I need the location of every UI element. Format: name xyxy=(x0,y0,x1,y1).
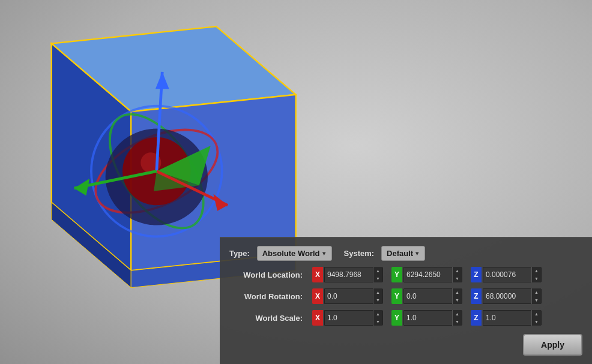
type-system-row: Type: Absolute World ▾ System: Default ▾ xyxy=(229,246,582,261)
rotation-z-group: Z ▲ ▼ xyxy=(471,288,545,304)
rotation-z-input[interactable] xyxy=(483,289,531,303)
type-dropdown[interactable]: Absolute World ▾ xyxy=(257,246,332,261)
location-y-input-wrap[interactable]: ▲ ▼ xyxy=(403,267,462,282)
scale-z-spinner[interactable]: ▲ ▼ xyxy=(531,310,541,326)
location-z-input[interactable] xyxy=(483,267,531,282)
system-label: System: xyxy=(344,249,375,258)
scale-y-input[interactable] xyxy=(404,311,452,325)
apply-row: Apply xyxy=(229,332,582,356)
rotation-x-down[interactable]: ▼ xyxy=(373,296,382,304)
location-y-down[interactable]: ▼ xyxy=(453,275,462,282)
apply-button[interactable]: Apply xyxy=(523,334,582,356)
rotation-z-up[interactable]: ▲ xyxy=(532,288,541,296)
location-z-down[interactable]: ▼ xyxy=(532,275,541,282)
location-z-spinner[interactable]: ▲ ▼ xyxy=(531,267,541,282)
location-x-up[interactable]: ▲ xyxy=(373,267,382,275)
scale-y-down[interactable]: ▼ xyxy=(453,318,462,326)
rotation-x-group: X ▲ ▼ xyxy=(312,288,387,304)
system-value: Default xyxy=(387,249,413,258)
scale-y-spinner[interactable]: ▲ ▼ xyxy=(452,310,462,326)
location-y-group: Y ▲ ▼ xyxy=(391,267,466,282)
type-label: Type: xyxy=(229,249,250,258)
scale-y-input-wrap[interactable]: ▲ ▼ xyxy=(403,310,462,326)
location-x-input-wrap[interactable]: ▲ ▼ xyxy=(324,267,383,282)
bottom-panel: Type: Absolute World ▾ System: Default ▾… xyxy=(220,237,592,364)
world-scale-row: World Scale: X ▲ ▼ Y ▲ ▼ Z xyxy=(229,310,582,326)
scale-x-down[interactable]: ▼ xyxy=(373,318,382,326)
rotation-x-label: X xyxy=(312,288,323,304)
location-z-up[interactable]: ▲ xyxy=(532,267,541,275)
scale-x-input[interactable] xyxy=(325,311,373,325)
rotation-z-input-wrap[interactable]: ▲ ▼ xyxy=(483,288,542,304)
location-y-spinner[interactable]: ▲ ▼ xyxy=(452,267,462,282)
scale-z-input[interactable] xyxy=(483,311,531,325)
rotation-x-spinner[interactable]: ▲ ▼ xyxy=(373,288,382,304)
location-y-input[interactable] xyxy=(404,267,452,282)
world-rotation-row: World Rotation: X ▲ ▼ Y ▲ ▼ Z xyxy=(229,288,582,304)
type-dropdown-arrow: ▾ xyxy=(322,250,325,257)
rotation-x-input[interactable] xyxy=(325,289,373,303)
scale-y-up[interactable]: ▲ xyxy=(453,310,462,318)
type-value: Absolute World xyxy=(262,249,320,258)
location-z-input-wrap[interactable]: ▲ ▼ xyxy=(483,267,542,282)
scale-x-group: X ▲ ▼ xyxy=(312,310,387,326)
world-rotation-label: World Rotation: xyxy=(229,292,307,301)
location-x-down[interactable]: ▼ xyxy=(373,275,382,282)
scale-x-spinner[interactable]: ▲ ▼ xyxy=(373,310,382,326)
location-z-group: Z ▲ ▼ xyxy=(471,267,545,282)
location-y-label: Y xyxy=(391,267,402,282)
world-scale-label: World Scale: xyxy=(229,314,307,323)
world-location-row: World Location: X ▲ ▼ Y ▲ ▼ Z xyxy=(229,267,582,282)
system-dropdown-arrow: ▾ xyxy=(415,250,418,257)
scale-x-input-wrap[interactable]: ▲ ▼ xyxy=(324,310,383,326)
rotation-z-down[interactable]: ▼ xyxy=(532,296,541,304)
rotation-y-down[interactable]: ▼ xyxy=(453,296,462,304)
scale-y-group: Y ▲ ▼ xyxy=(391,310,466,326)
rotation-y-label: Y xyxy=(391,288,402,304)
location-x-spinner[interactable]: ▲ ▼ xyxy=(373,267,382,282)
scale-x-up[interactable]: ▲ xyxy=(373,310,382,318)
system-dropdown[interactable]: Default ▾ xyxy=(381,246,425,261)
location-x-label: X xyxy=(312,267,323,282)
rotation-z-spinner[interactable]: ▲ ▼ xyxy=(531,288,541,304)
rotation-y-input-wrap[interactable]: ▲ ▼ xyxy=(403,288,462,304)
scale-z-group: Z ▲ ▼ xyxy=(471,310,545,326)
scale-z-up[interactable]: ▲ xyxy=(532,310,541,318)
rotation-y-input[interactable] xyxy=(404,289,452,303)
scale-x-label: X xyxy=(312,310,323,326)
location-y-up[interactable]: ▲ xyxy=(453,267,462,275)
scale-z-label: Z xyxy=(471,310,482,326)
location-z-label: Z xyxy=(471,267,482,282)
scale-z-down[interactable]: ▼ xyxy=(532,318,541,326)
scale-y-label: Y xyxy=(391,310,402,326)
location-x-input[interactable] xyxy=(325,267,373,282)
rotation-y-up[interactable]: ▲ xyxy=(453,288,462,296)
world-location-label: World Location: xyxy=(229,270,307,279)
rotation-x-up[interactable]: ▲ xyxy=(373,288,382,296)
rotation-x-input-wrap[interactable]: ▲ ▼ xyxy=(324,288,383,304)
rotation-y-group: Y ▲ ▼ xyxy=(391,288,466,304)
rotation-y-spinner[interactable]: ▲ ▼ xyxy=(452,288,462,304)
scale-z-input-wrap[interactable]: ▲ ▼ xyxy=(483,310,542,326)
location-x-group: X ▲ ▼ xyxy=(312,267,387,282)
rotation-z-label: Z xyxy=(471,288,482,304)
